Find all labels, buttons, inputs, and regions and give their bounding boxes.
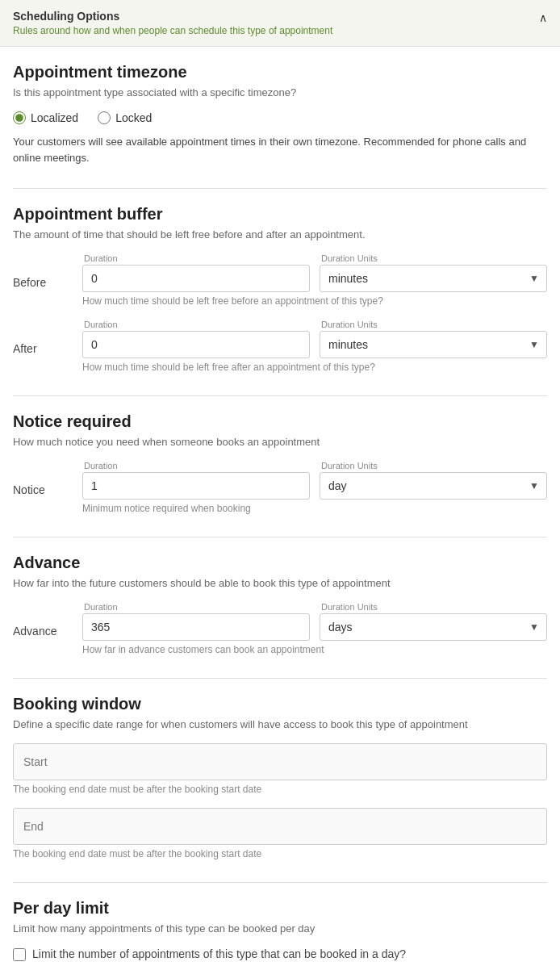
before-duration-input[interactable] — [82, 265, 310, 292]
advance-units-select[interactable]: minutes hours day days — [320, 613, 547, 641]
appointment-buffer-section: Appointment buffer The amount of time th… — [13, 205, 547, 373]
booking-start-input[interactable] — [14, 744, 546, 780]
buffer-desc: The amount of time that should be left f… — [13, 228, 547, 240]
timezone-note: Your customers will see available appoin… — [13, 134, 547, 165]
per-day-limit-checkbox-label[interactable]: Limit the number of appointments of this… — [13, 947, 547, 961]
booking-start-hint: The booking end date must be after the b… — [13, 784, 547, 795]
advance-desc: How far into the future customers should… — [13, 577, 547, 589]
notice-units-label: Duration Units — [320, 461, 547, 470]
before-units-wrapper: Duration Units minutes hours days ▼ — [320, 253, 547, 292]
header-title: Scheduling Options — [13, 10, 332, 23]
notice-field-group: Duration Duration Units minutes hours da… — [82, 461, 547, 500]
after-duration-input[interactable] — [82, 331, 310, 358]
per-day-limit-checkbox[interactable] — [13, 948, 26, 961]
booking-end-wrapper — [13, 808, 547, 845]
buffer-title: Appointment buffer — [13, 205, 547, 224]
advance-duration-input[interactable] — [82, 613, 310, 641]
booking-end-hint: The booking end date must be after the b… — [13, 848, 547, 859]
before-duration-wrapper: Duration — [82, 253, 310, 292]
before-field-row: Before Duration Duration Units minutes h… — [13, 253, 547, 292]
notice-units-select[interactable]: minutes hours day days — [320, 472, 547, 500]
divider-1 — [13, 188, 547, 189]
booking-window-desc: Define a specific date range for when cu… — [13, 718, 547, 730]
notice-duration-label: Duration — [82, 461, 310, 470]
timezone-desc: Is this appointment type associated with… — [13, 86, 547, 98]
locked-radio[interactable] — [98, 111, 111, 124]
divider-5 — [13, 882, 547, 883]
booking-start-wrapper — [13, 743, 547, 780]
per-day-limit-checkbox-text: Limit the number of appointments of this… — [32, 947, 406, 960]
notice-units-wrapper: Duration Units minutes hours day days ▼ — [320, 461, 547, 500]
appointment-timezone-section: Appointment timezone Is this appointment… — [13, 63, 547, 165]
advance-field-group: Duration Duration Units minutes hours da… — [82, 602, 547, 641]
after-units-label: Duration Units — [320, 320, 547, 329]
before-label: Before — [13, 253, 69, 289]
notice-duration-input[interactable] — [82, 472, 310, 500]
after-label: After — [13, 320, 69, 355]
divider-2 — [13, 395, 547, 396]
timezone-title: Appointment timezone — [13, 63, 547, 82]
after-units-wrapper: Duration Units minutes hours days ▼ — [320, 320, 547, 358]
notice-desc: How much notice you need when someone bo… — [13, 436, 547, 448]
before-units-label: Duration Units — [320, 253, 547, 263]
header-bar: Scheduling Options Rules around how and … — [0, 0, 560, 47]
divider-3 — [13, 537, 547, 537]
notice-required-section: Notice required How much notice you need… — [13, 412, 547, 514]
locked-radio-label[interactable]: Locked — [98, 111, 152, 124]
advance-duration-wrapper: Duration — [82, 602, 310, 641]
notice-field-row: Notice Duration Duration Units minutes h… — [13, 461, 547, 500]
advance-section: Advance How far into the future customer… — [13, 554, 547, 655]
per-day-limit-section: Per day limit Limit how many appointment… — [13, 899, 547, 961]
after-field-row: After Duration Duration Units minutes ho… — [13, 320, 547, 358]
after-duration-label: Duration — [82, 320, 310, 329]
locked-label: Locked — [115, 111, 152, 124]
localized-radio[interactable] — [13, 111, 26, 124]
before-duration-label: Duration — [82, 253, 310, 263]
notice-duration-wrapper: Duration — [82, 461, 310, 500]
advance-units-label: Duration Units — [320, 602, 547, 612]
advance-title: Advance — [13, 554, 547, 572]
booking-window-title: Booking window — [13, 695, 547, 713]
divider-4 — [13, 678, 547, 679]
after-duration-wrapper: Duration — [82, 320, 310, 358]
chevron-up-icon[interactable]: ∧ — [539, 11, 547, 24]
advance-label: Advance — [13, 602, 69, 638]
notice-hint: Minimum notice required when booking — [82, 503, 547, 514]
advance-hint: How far in advance customers can book an… — [82, 644, 547, 655]
localized-label: Localized — [31, 111, 78, 124]
header-content: Scheduling Options Rules around how and … — [13, 10, 332, 36]
before-hint: How much time should be left free before… — [82, 295, 547, 307]
booking-end-input[interactable] — [14, 809, 546, 844]
timezone-radio-group: Localized Locked — [13, 111, 547, 124]
header-subtitle: Rules around how and when people can sch… — [13, 25, 332, 36]
after-hint: How much time should be left free after … — [82, 362, 547, 373]
main-content: Appointment timezone Is this appointment… — [0, 47, 560, 966]
localized-radio-label[interactable]: Localized — [13, 111, 78, 124]
per-day-limit-desc: Limit how many appointments of this type… — [13, 922, 547, 935]
after-field-group: Duration Duration Units minutes hours da… — [82, 320, 547, 358]
notice-label: Notice — [13, 461, 69, 496]
after-units-select[interactable]: minutes hours days — [320, 331, 547, 358]
before-field-group: Duration Duration Units minutes hours da… — [82, 253, 547, 292]
notice-title: Notice required — [13, 412, 547, 431]
advance-field-row: Advance Duration Duration Units minutes … — [13, 602, 547, 641]
booking-window-section: Booking window Define a specific date ra… — [13, 695, 547, 859]
advance-units-wrapper: Duration Units minutes hours day days ▼ — [320, 602, 547, 641]
advance-duration-label: Duration — [82, 602, 310, 612]
per-day-limit-title: Per day limit — [13, 899, 547, 918]
before-units-select[interactable]: minutes hours days — [320, 265, 547, 292]
